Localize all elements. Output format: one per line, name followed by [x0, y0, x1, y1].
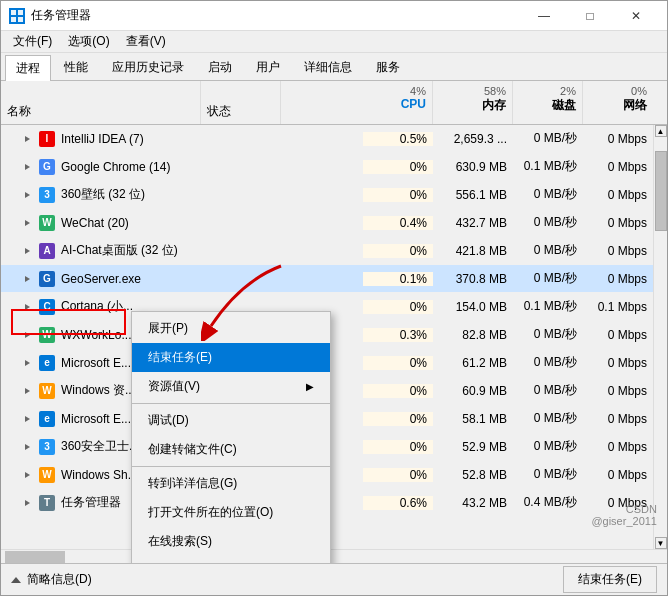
row-expander[interactable]	[21, 301, 33, 313]
ctx-open-location[interactable]: 打开文件所在的位置(O)	[132, 498, 330, 527]
ctx-search-online[interactable]: 在线搜索(S)	[132, 527, 330, 556]
ctx-properties[interactable]: 属性(I)	[132, 556, 330, 563]
ctx-end-task[interactable]: 结束任务(E)	[132, 343, 330, 372]
cell-mem: 52.9 MB	[433, 440, 513, 454]
table-row[interactable]: 3 360壁纸 (32 位) 0% 556.1 MB 0 MB/秒 0 Mbps	[1, 181, 653, 209]
table-row[interactable]: A AI-Chat桌面版 (32 位) 0% 421.8 MB 0 MB/秒 0…	[1, 237, 653, 265]
menu-options[interactable]: 选项(O)	[60, 31, 117, 52]
table-header: 名称 状态 4% CPU 58% 内存 2% 磁盘 0% 网络	[1, 81, 667, 125]
col-header-status[interactable]: 状态	[201, 81, 281, 124]
tabs-bar: 进程 性能 应用历史记录 启动 用户 详细信息 服务	[1, 53, 667, 81]
menu-view[interactable]: 查看(V)	[118, 31, 174, 52]
row-expander[interactable]	[21, 189, 33, 201]
cell-mem: 556.1 MB	[433, 188, 513, 202]
table-row[interactable]: I IntelliJ IDEA (7) 0.5% 2,659.3 ... 0 M…	[1, 125, 653, 153]
app-icon-small: T	[39, 495, 55, 511]
tab-app-history[interactable]: 应用历史记录	[101, 54, 195, 80]
row-expander[interactable]	[21, 385, 33, 397]
row-expander[interactable]	[21, 273, 33, 285]
cell-cpu: 0%	[363, 384, 433, 398]
ctx-expand[interactable]: 展开(P)	[132, 314, 330, 343]
cell-net: 0 Mbps	[583, 468, 653, 482]
col-header-mem[interactable]: 58% 内存	[433, 81, 513, 124]
ctx-goto-detail[interactable]: 转到详洋信息(G)	[132, 469, 330, 498]
tab-startup[interactable]: 启动	[197, 54, 243, 80]
cell-mem: 58.1 MB	[433, 412, 513, 426]
watermark: CSDN @giser_2011	[591, 503, 657, 527]
ctx-dump[interactable]: 创建转储文件(C)	[132, 435, 330, 464]
col-header-name[interactable]: 名称	[1, 81, 201, 124]
cell-net: 0 Mbps	[583, 440, 653, 454]
context-menu: 展开(P) 结束任务(E) 资源值(V) ▶ 调试(D) 创建转储文件(C) 转…	[131, 311, 331, 563]
row-expander[interactable]	[21, 329, 33, 341]
row-process-name: AI-Chat桌面版 (32 位)	[61, 242, 178, 259]
cell-name: W WeChat (20)	[1, 215, 201, 231]
cell-disk: 0.1 MB/秒	[513, 298, 583, 315]
cell-net: 0 Mbps	[583, 244, 653, 258]
cell-cpu: 0%	[363, 160, 433, 174]
cell-mem: 60.9 MB	[433, 384, 513, 398]
svg-marker-9	[25, 276, 30, 282]
maximize-button[interactable]: □	[567, 1, 613, 31]
col-header-disk[interactable]: 2% 磁盘	[513, 81, 583, 124]
title-controls: — □ ✕	[521, 1, 659, 31]
row-process-name: IntelliJ IDEA (7)	[61, 132, 144, 146]
expand-icon	[11, 577, 21, 583]
cell-disk: 0 MB/秒	[513, 438, 583, 455]
menu-file[interactable]: 文件(F)	[5, 31, 60, 52]
row-expander[interactable]	[21, 161, 33, 173]
ctx-debug[interactable]: 调试(D)	[132, 406, 330, 435]
scrollbar-thumb[interactable]	[655, 151, 667, 231]
cell-disk: 0 MB/秒	[513, 270, 583, 287]
horizontal-scrollbar[interactable]	[1, 549, 667, 563]
cell-cpu: 0.3%	[363, 328, 433, 342]
tab-performance[interactable]: 性能	[53, 54, 99, 80]
table-row[interactable]: G Google Chrome (14) 0% 630.9 MB 0.1 MB/…	[1, 153, 653, 181]
app-icon-small: G	[39, 159, 55, 175]
tab-processes[interactable]: 进程	[5, 55, 51, 81]
app-icon-small: I	[39, 131, 55, 147]
app-icon-small: W	[39, 383, 55, 399]
table-row[interactable]: W WeChat (20) 0.4% 432.7 MB 0 MB/秒 0 Mbp…	[1, 209, 653, 237]
app-icon-small: 3	[39, 187, 55, 203]
col-header-cpu[interactable]: 4% CPU	[363, 81, 433, 124]
table-row[interactable]: G GeoServer.exe 0.1% 370.8 MB 0 MB/秒 0 M…	[1, 265, 653, 293]
ctx-resource[interactable]: 资源值(V) ▶	[132, 372, 330, 401]
ctx-separator-1	[132, 403, 330, 404]
svg-marker-7	[25, 220, 30, 226]
close-button[interactable]: ✕	[613, 1, 659, 31]
row-expander[interactable]	[21, 497, 33, 509]
app-icon-small: W	[39, 327, 55, 343]
cell-mem: 370.8 MB	[433, 272, 513, 286]
col-header-net[interactable]: 0% 网络	[583, 81, 653, 124]
cell-cpu: 0%	[363, 440, 433, 454]
svg-marker-12	[25, 360, 30, 366]
cell-net: 0 Mbps	[583, 328, 653, 342]
cell-name: A AI-Chat桌面版 (32 位)	[1, 242, 201, 259]
brief-info-button[interactable]: 简略信息(D)	[11, 571, 92, 588]
cell-cpu: 0%	[363, 356, 433, 370]
vertical-scrollbar[interactable]: ▲ ▼	[653, 125, 667, 549]
cell-name: G Google Chrome (14)	[1, 159, 201, 175]
cell-disk: 0 MB/秒	[513, 410, 583, 427]
row-expander[interactable]	[21, 413, 33, 425]
tab-details[interactable]: 详细信息	[293, 54, 363, 80]
tab-services[interactable]: 服务	[365, 54, 411, 80]
menu-bar: 文件(F) 选项(O) 查看(V)	[1, 31, 667, 53]
row-expander[interactable]	[21, 357, 33, 369]
cell-disk: 0.4 MB/秒	[513, 494, 583, 511]
row-expander[interactable]	[21, 441, 33, 453]
svg-marker-14	[25, 416, 30, 422]
svg-marker-13	[25, 388, 30, 394]
minimize-button[interactable]: —	[521, 1, 567, 31]
main-content: 名称 状态 4% CPU 58% 内存 2% 磁盘 0% 网络	[1, 81, 667, 563]
end-task-button[interactable]: 结束任务(E)	[563, 566, 657, 593]
cell-net: 0 Mbps	[583, 160, 653, 174]
hscrollbar-thumb[interactable]	[5, 551, 65, 563]
row-expander[interactable]	[21, 469, 33, 481]
row-expander[interactable]	[21, 245, 33, 257]
cell-name: 3 360壁纸 (32 位)	[1, 186, 201, 203]
row-expander[interactable]	[21, 217, 33, 229]
tab-users[interactable]: 用户	[245, 54, 291, 80]
row-expander[interactable]	[21, 133, 33, 145]
